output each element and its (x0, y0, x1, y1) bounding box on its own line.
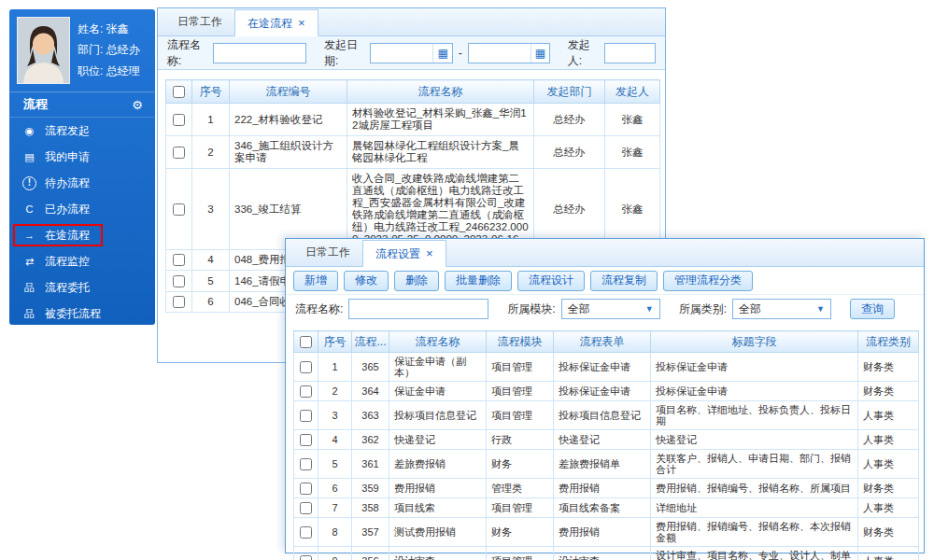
calendar-icon[interactable]: ▦ (531, 44, 549, 63)
close-tab-icon[interactable]: × (426, 247, 433, 259)
row-checkbox-cell (294, 401, 318, 430)
sidebar-section-header: 流程 ⚙ (9, 91, 155, 118)
category-select[interactable]: 全部 ▼ (732, 299, 831, 319)
process-def-no-cell: 3 (318, 401, 352, 430)
row-checkbox[interactable] (173, 296, 185, 308)
row-checkbox[interactable] (300, 361, 312, 373)
row-checkbox[interactable] (300, 483, 312, 495)
table-row: 4362快递登记行政快递登记快递登记人事类 (294, 430, 919, 450)
column-header: 发起部门 (534, 80, 605, 104)
sync-arrows-icon: ⇄ (22, 255, 36, 269)
row-checkbox[interactable] (300, 458, 312, 470)
sidebar-item-label: 被委托流程 (45, 306, 101, 322)
module-select[interactable]: 全部 ▼ (561, 299, 660, 319)
table-header-row: 序号流程编号流程名称发起部门发起人 (166, 80, 660, 104)
end-date-field: ▦ (468, 43, 550, 63)
row-checkbox[interactable] (300, 526, 312, 539)
modify-button[interactable]: 修改 (344, 271, 389, 291)
process-def-title-fields-cell: 项目名称、详细地址、投标负责人、投标日期 (651, 401, 858, 430)
panel1-filterbar: 流程名称: 发起日期: ▦ - ▦ 发起人: (158, 36, 665, 70)
end-date-input[interactable] (469, 44, 531, 63)
process-def-name-cell: 快递登记 (389, 430, 487, 450)
process-def-category-cell: 人事类 (858, 430, 919, 450)
start-date-input[interactable] (371, 44, 432, 63)
process-name-input[interactable] (348, 299, 488, 319)
initiator-label: 发起人: (568, 37, 599, 69)
row-checkbox[interactable] (173, 147, 185, 159)
tab-daily-work[interactable]: 日常工作 (293, 239, 362, 266)
gear-icon[interactable]: ⚙ (132, 98, 143, 112)
process-initiator-cell: 张鑫 (605, 136, 660, 169)
row-checkbox-cell (166, 169, 192, 250)
row-checkbox[interactable] (300, 385, 312, 398)
sidebar-item-done[interactable]: C已办流程 (9, 196, 155, 222)
process-def-no-cell: 7 (318, 498, 352, 518)
process-name-cell: 材料验收登记_材料采购_张鑫_华润12城房屋工程项目 (347, 104, 534, 136)
process-def-category-cell: 人事类 (858, 498, 919, 518)
row-checkbox-cell (166, 271, 192, 291)
sidebar-item-initiate[interactable]: ◉流程发起 (9, 118, 155, 144)
calendar-icon[interactable]: ▦ (432, 44, 451, 63)
batch-delete-button[interactable]: 批量删除 (445, 271, 512, 291)
process-def-title-fields-cell: 关联客户、报销人、申请日期、部门、报销合计 (651, 450, 858, 479)
sitemap-icon: 品 (22, 281, 36, 295)
process-def-no-cell: 9 (318, 547, 352, 560)
select-all-checkbox[interactable] (300, 336, 312, 348)
row-checkbox[interactable] (173, 275, 185, 287)
process-settings-panel: 日常工作 流程设置 × 新增修改删除批量删除流程设计流程复制管理流程分类 流程名… (285, 238, 925, 553)
row-checkbox-cell (294, 518, 318, 547)
tab-label: 日常工作 (305, 245, 350, 259)
search-button[interactable]: 查询 (850, 299, 895, 319)
delete-button[interactable]: 删除 (394, 271, 439, 291)
manage-process-category-button[interactable]: 管理流程分类 (663, 271, 753, 291)
process-def-form-cell: 快递登记 (554, 430, 651, 450)
document-icon: ▤ (22, 150, 36, 164)
row-checkbox[interactable] (300, 555, 312, 560)
sidebar-item-monitor[interactable]: ⇄流程监控 (9, 248, 155, 274)
tab-process-settings[interactable]: 流程设置 × (362, 240, 446, 267)
panel2-toolbar: 新增修改删除批量删除流程设计流程复制管理流程分类 (286, 267, 924, 295)
process-def-module-cell: 项目管理 (487, 353, 554, 382)
chevron-down-icon: ▼ (645, 304, 654, 314)
column-header: 序号 (318, 331, 352, 353)
process-def-module-cell: 财务 (487, 450, 554, 479)
broadcast-icon: ◉ (22, 124, 36, 138)
sidebar-item-todo[interactable]: !待办流程 (9, 170, 155, 196)
sidebar-item-in-transit[interactable]: →在途流程 (9, 222, 155, 248)
select-all-checkbox[interactable] (173, 86, 185, 98)
process-name-input[interactable] (213, 43, 306, 63)
user-department: 部门: 总经办 (78, 42, 140, 58)
close-tab-icon[interactable]: × (298, 17, 305, 29)
row-checkbox[interactable] (300, 502, 312, 514)
sidebar-item-delegated[interactable]: 品被委托流程 (9, 301, 155, 327)
process-copy-button[interactable]: 流程复制 (590, 271, 658, 291)
table-row: 3363投标项目信息登记项目管理投标项目信息登记项目名称、详细地址、投标负责人、… (294, 401, 919, 430)
row-checkbox[interactable] (173, 254, 185, 266)
tab-in-transit[interactable]: 在途流程 × (234, 9, 318, 36)
process-def-no-cell: 6 (318, 479, 352, 498)
process-no-cell: 2 (192, 136, 230, 169)
process-design-button[interactable]: 流程设计 (517, 271, 585, 291)
row-checkbox[interactable] (300, 434, 312, 446)
process-def-form-cell: 投标保证金申请 (554, 353, 651, 382)
process-def-module-cell: 财务 (487, 518, 554, 547)
process-def-name-cell: 项目线索 (389, 498, 487, 518)
row-checkbox[interactable] (173, 114, 185, 126)
sidebar-section-title: 流程 (23, 96, 48, 113)
process-def-category-cell: 人事类 (858, 547, 919, 560)
add-button[interactable]: 新增 (293, 271, 338, 291)
arrow-right-icon: → (22, 229, 36, 243)
row-checkbox[interactable] (173, 203, 185, 216)
process-def-code-cell: 361 (352, 450, 389, 479)
tab-label: 日常工作 (177, 15, 222, 28)
process-def-no-cell: 5 (318, 450, 352, 479)
sidebar-item-delegate[interactable]: 品流程委托 (9, 274, 155, 301)
table-header-row: 序号流程...流程名称流程模块流程表单标题字段流程类别 (294, 331, 919, 353)
column-header: 流程... (352, 331, 389, 353)
refresh-icon: C (22, 203, 36, 217)
initiator-input[interactable] (604, 43, 656, 63)
tab-daily-work[interactable]: 日常工作 (165, 8, 234, 35)
start-date-field: ▦ (370, 43, 452, 63)
sidebar-item-my-applications[interactable]: ▤我的申请 (9, 144, 155, 170)
row-checkbox[interactable] (300, 410, 312, 422)
